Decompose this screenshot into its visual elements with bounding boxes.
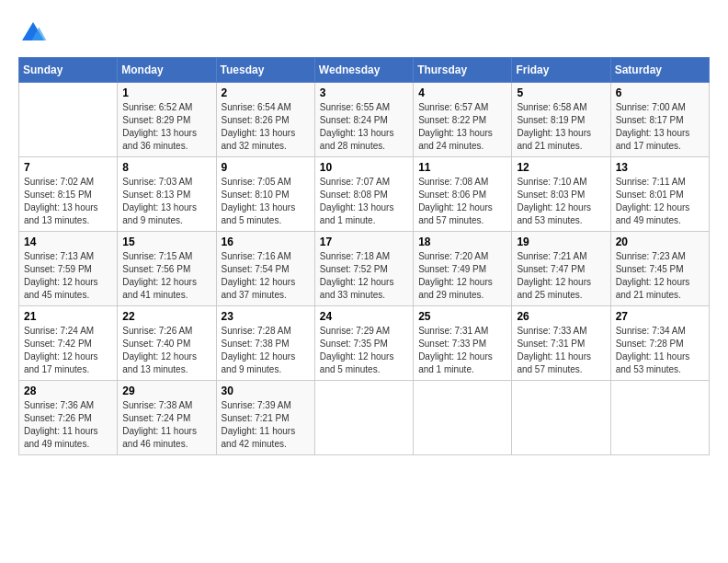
day-info: Sunrise: 7:13 AMSunset: 7:59 PMDaylight:… bbox=[24, 250, 112, 302]
logo bbox=[18, 18, 51, 48]
calendar-cell: 8Sunrise: 7:03 AMSunset: 8:13 PMDaylight… bbox=[118, 157, 216, 232]
calendar-cell: 21Sunrise: 7:24 AMSunset: 7:42 PMDayligh… bbox=[19, 306, 118, 381]
calendar-cell: 12Sunrise: 7:10 AMSunset: 8:03 PMDayligh… bbox=[512, 157, 610, 232]
day-number: 4 bbox=[418, 86, 506, 99]
day-info: Sunrise: 6:58 AMSunset: 8:19 PMDaylight:… bbox=[517, 101, 605, 153]
calendar-cell bbox=[414, 381, 512, 455]
day-info: Sunrise: 7:33 AMSunset: 7:31 PMDaylight:… bbox=[517, 325, 605, 376]
day-number: 3 bbox=[320, 86, 408, 99]
calendar-week-row: 28Sunrise: 7:36 AMSunset: 7:26 PMDayligh… bbox=[19, 381, 710, 455]
day-number: 15 bbox=[122, 236, 210, 248]
calendar-cell: 24Sunrise: 7:29 AMSunset: 7:35 PMDayligh… bbox=[314, 306, 413, 381]
calendar-cell: 4Sunrise: 6:57 AMSunset: 8:22 PMDaylight… bbox=[414, 83, 512, 157]
day-info: Sunrise: 7:16 AMSunset: 7:54 PMDaylight:… bbox=[222, 250, 310, 302]
day-number: 17 bbox=[320, 236, 408, 248]
day-number: 28 bbox=[24, 385, 112, 397]
calendar-cell: 27Sunrise: 7:34 AMSunset: 7:28 PMDayligh… bbox=[610, 306, 709, 381]
calendar-cell: 20Sunrise: 7:23 AMSunset: 7:45 PMDayligh… bbox=[610, 232, 709, 306]
day-info: Sunrise: 7:10 AMSunset: 8:03 PMDaylight:… bbox=[517, 176, 605, 227]
calendar-cell bbox=[610, 381, 709, 455]
day-info: Sunrise: 7:39 AMSunset: 7:21 PMDaylight:… bbox=[222, 399, 310, 451]
day-number: 19 bbox=[517, 236, 605, 248]
day-info: Sunrise: 7:20 AMSunset: 7:49 PMDaylight:… bbox=[418, 250, 506, 302]
calendar-cell: 14Sunrise: 7:13 AMSunset: 7:59 PMDayligh… bbox=[19, 232, 118, 306]
day-number: 22 bbox=[122, 310, 210, 323]
day-info: Sunrise: 7:31 AMSunset: 7:33 PMDaylight:… bbox=[418, 325, 506, 376]
calendar-cell: 2Sunrise: 6:54 AMSunset: 8:26 PMDaylight… bbox=[216, 83, 314, 157]
calendar-week-row: 14Sunrise: 7:13 AMSunset: 7:59 PMDayligh… bbox=[19, 232, 710, 306]
day-info: Sunrise: 6:52 AMSunset: 8:29 PMDaylight:… bbox=[122, 101, 210, 153]
day-number: 18 bbox=[418, 236, 506, 248]
day-number: 6 bbox=[616, 86, 704, 99]
calendar-cell: 17Sunrise: 7:18 AMSunset: 7:52 PMDayligh… bbox=[314, 232, 413, 306]
calendar-cell: 26Sunrise: 7:33 AMSunset: 7:31 PMDayligh… bbox=[512, 306, 610, 381]
calendar-week-row: 7Sunrise: 7:02 AMSunset: 8:15 PMDaylight… bbox=[19, 157, 710, 232]
calendar-cell: 6Sunrise: 7:00 AMSunset: 8:17 PMDaylight… bbox=[610, 83, 709, 157]
day-number: 12 bbox=[517, 161, 605, 174]
calendar-cell: 7Sunrise: 7:02 AMSunset: 8:15 PMDaylight… bbox=[19, 157, 118, 232]
calendar-cell: 9Sunrise: 7:05 AMSunset: 8:10 PMDaylight… bbox=[216, 157, 314, 232]
day-number: 30 bbox=[222, 385, 310, 397]
weekday-header-row: SundayMondayTuesdayWednesdayThursdayFrid… bbox=[19, 58, 710, 83]
day-info: Sunrise: 7:08 AMSunset: 8:06 PMDaylight:… bbox=[418, 176, 506, 227]
calendar-cell: 16Sunrise: 7:16 AMSunset: 7:54 PMDayligh… bbox=[216, 232, 314, 306]
day-info: Sunrise: 6:54 AMSunset: 8:26 PMDaylight:… bbox=[222, 101, 310, 153]
calendar-cell: 18Sunrise: 7:20 AMSunset: 7:49 PMDayligh… bbox=[414, 232, 512, 306]
day-info: Sunrise: 7:36 AMSunset: 7:26 PMDaylight:… bbox=[24, 399, 112, 451]
day-number: 1 bbox=[122, 86, 210, 99]
day-info: Sunrise: 7:18 AMSunset: 7:52 PMDaylight:… bbox=[320, 250, 408, 302]
day-info: Sunrise: 7:05 AMSunset: 8:10 PMDaylight:… bbox=[222, 176, 310, 227]
calendar-cell: 30Sunrise: 7:39 AMSunset: 7:21 PMDayligh… bbox=[216, 381, 314, 455]
day-info: Sunrise: 7:00 AMSunset: 8:17 PMDaylight:… bbox=[616, 101, 704, 153]
day-number: 29 bbox=[122, 385, 210, 397]
day-info: Sunrise: 7:02 AMSunset: 8:15 PMDaylight:… bbox=[24, 176, 112, 227]
day-info: Sunrise: 7:24 AMSunset: 7:42 PMDaylight:… bbox=[24, 325, 112, 376]
weekday-header-tuesday: Tuesday bbox=[216, 58, 314, 83]
weekday-header-sunday: Sunday bbox=[19, 58, 118, 83]
day-info: Sunrise: 7:15 AMSunset: 7:56 PMDaylight:… bbox=[122, 250, 210, 302]
day-number: 24 bbox=[320, 310, 408, 323]
day-info: Sunrise: 7:28 AMSunset: 7:38 PMDaylight:… bbox=[222, 325, 310, 376]
day-number: 5 bbox=[517, 86, 605, 99]
calendar-cell bbox=[512, 381, 610, 455]
weekday-header-wednesday: Wednesday bbox=[314, 58, 413, 83]
day-number: 27 bbox=[616, 310, 704, 323]
day-info: Sunrise: 7:26 AMSunset: 7:40 PMDaylight:… bbox=[122, 325, 210, 376]
page-header bbox=[18, 18, 710, 48]
day-info: Sunrise: 7:29 AMSunset: 7:35 PMDaylight:… bbox=[320, 325, 408, 376]
calendar-week-row: 1Sunrise: 6:52 AMSunset: 8:29 PMDaylight… bbox=[19, 83, 710, 157]
day-number: 7 bbox=[24, 161, 112, 174]
day-info: Sunrise: 7:38 AMSunset: 7:24 PMDaylight:… bbox=[122, 399, 210, 451]
day-number: 21 bbox=[24, 310, 112, 323]
weekday-header-saturday: Saturday bbox=[610, 58, 709, 83]
day-number: 11 bbox=[418, 161, 506, 174]
day-number: 26 bbox=[517, 310, 605, 323]
day-info: Sunrise: 6:55 AMSunset: 8:24 PMDaylight:… bbox=[320, 101, 408, 153]
calendar-cell: 22Sunrise: 7:26 AMSunset: 7:40 PMDayligh… bbox=[118, 306, 216, 381]
calendar-cell: 15Sunrise: 7:15 AMSunset: 7:56 PMDayligh… bbox=[118, 232, 216, 306]
calendar-cell: 1Sunrise: 6:52 AMSunset: 8:29 PMDaylight… bbox=[118, 83, 216, 157]
day-info: Sunrise: 7:23 AMSunset: 7:45 PMDaylight:… bbox=[616, 250, 704, 302]
calendar-cell bbox=[314, 381, 413, 455]
weekday-header-monday: Monday bbox=[118, 58, 216, 83]
day-number: 10 bbox=[320, 161, 408, 174]
day-info: Sunrise: 7:21 AMSunset: 7:47 PMDaylight:… bbox=[517, 250, 605, 302]
calendar-cell bbox=[19, 83, 118, 157]
day-info: Sunrise: 7:07 AMSunset: 8:08 PMDaylight:… bbox=[320, 176, 408, 227]
calendar-cell: 29Sunrise: 7:38 AMSunset: 7:24 PMDayligh… bbox=[118, 381, 216, 455]
day-number: 14 bbox=[24, 236, 112, 248]
calendar-cell: 3Sunrise: 6:55 AMSunset: 8:24 PMDaylight… bbox=[314, 83, 413, 157]
weekday-header-friday: Friday bbox=[512, 58, 610, 83]
calendar-cell: 25Sunrise: 7:31 AMSunset: 7:33 PMDayligh… bbox=[414, 306, 512, 381]
calendar-cell: 28Sunrise: 7:36 AMSunset: 7:26 PMDayligh… bbox=[19, 381, 118, 455]
day-number: 9 bbox=[222, 161, 310, 174]
day-info: Sunrise: 7:11 AMSunset: 8:01 PMDaylight:… bbox=[616, 176, 704, 227]
day-info: Sunrise: 7:34 AMSunset: 7:28 PMDaylight:… bbox=[616, 325, 704, 376]
day-number: 25 bbox=[418, 310, 506, 323]
day-number: 23 bbox=[222, 310, 310, 323]
calendar-table: SundayMondayTuesdayWednesdayThursdayFrid… bbox=[18, 57, 710, 455]
day-number: 2 bbox=[222, 86, 310, 99]
day-number: 13 bbox=[616, 161, 704, 174]
weekday-header-thursday: Thursday bbox=[414, 58, 512, 83]
calendar-cell: 5Sunrise: 6:58 AMSunset: 8:19 PMDaylight… bbox=[512, 83, 610, 157]
